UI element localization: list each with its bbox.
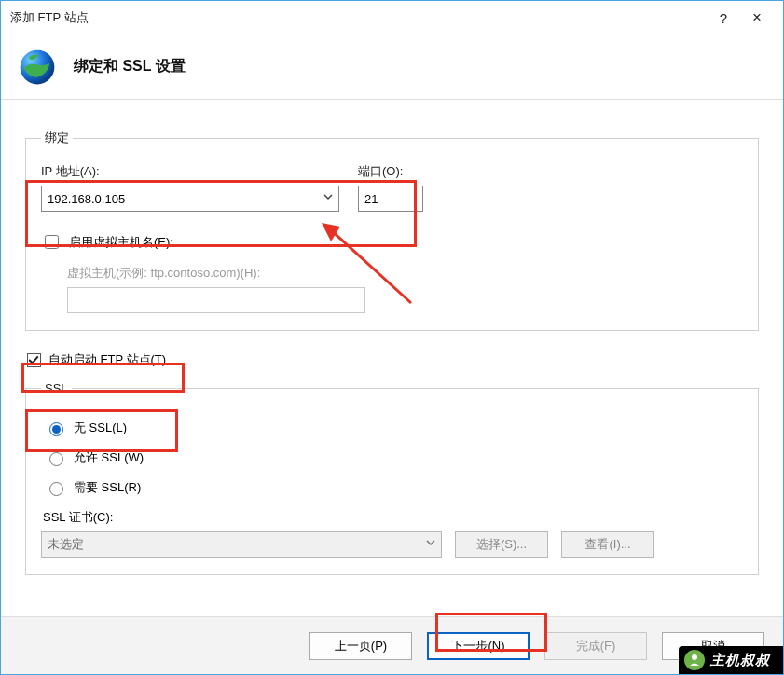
ssl-legend: SSL (41, 381, 72, 395)
ssl-allow-row: 允许 SSL(W) (45, 449, 743, 466)
ssl-group: SSL 无 SSL(L) 允许 SSL(W) 需要 SSL(R) SSL 证书(… (25, 381, 759, 575)
autostart-label: 自动启动 FTP 站点(T) (48, 351, 166, 368)
ssl-none-row: 无 SSL(L) (45, 420, 743, 436)
vhost-label: 虚拟主机(示例: ftp.contoso.com)(H): (67, 265, 743, 282)
dialog-footer: 上一页(P) 下一步(N) 完成(F) 取消 (1, 616, 783, 674)
enable-vhost-checkbox[interactable] (45, 235, 59, 249)
ssl-allow-radio[interactable] (49, 452, 63, 466)
port-input[interactable] (358, 186, 423, 212)
close-button[interactable]: × (740, 8, 774, 27)
ssl-allow-label: 允许 SSL(W) (74, 449, 144, 466)
enable-vhost-label: 启用虚拟主机名(E): (69, 234, 173, 251)
autostart-row: 自动启动 FTP 站点(T) (27, 351, 759, 368)
binding-legend: 绑定 (41, 130, 73, 146)
next-button[interactable]: 下一步(N) (427, 632, 530, 660)
titlebar: 添加 FTP 站点 ? × (1, 1, 783, 34)
window-title: 添加 FTP 站点 (10, 9, 707, 26)
port-column: 端口(O): (358, 163, 423, 212)
vhost-input (67, 287, 365, 313)
autostart-checkbox[interactable] (27, 353, 41, 367)
ip-label: IP 地址(A): (41, 163, 339, 180)
binding-group: 绑定 IP 地址(A): 端口(O): 启用虚拟主机名(E): (25, 130, 759, 331)
ssl-require-row: 需要 SSL(R) (45, 479, 743, 496)
port-label: 端口(O): (358, 163, 423, 180)
help-button[interactable]: ? (707, 10, 740, 26)
svg-point-3 (692, 654, 697, 660)
ip-column: IP 地址(A): (41, 163, 339, 212)
finish-button: 完成(F) (544, 632, 647, 660)
watermark-badge: 主机叔叔 (679, 646, 783, 674)
watermark-text: 主机叔叔 (710, 652, 770, 669)
ssl-cert-combo-wrap (41, 531, 442, 558)
ssl-cert-combo[interactable] (41, 531, 442, 558)
dialog-window: 添加 FTP 站点 ? × 绑定和 SSL 设置 绑定 IP 地址(A): (0, 0, 784, 675)
ssl-cert-row: 选择(S)... 查看(I)... (41, 531, 743, 558)
prev-button[interactable]: 上一页(P) (309, 632, 412, 660)
ssl-require-label: 需要 SSL(R) (74, 479, 141, 496)
avatar-icon (684, 650, 705, 670)
ssl-cert-label: SSL 证书(C): (43, 509, 743, 526)
enable-vhost-row: 启用虚拟主机名(E): (41, 232, 743, 252)
ssl-require-radio[interactable] (49, 482, 63, 496)
ssl-view-button: 查看(I)... (561, 531, 654, 558)
dialog-header: 绑定和 SSL 设置 (1, 34, 783, 100)
ssl-select-button: 选择(S)... (455, 531, 548, 558)
globe-icon (18, 48, 57, 87)
binding-row: IP 地址(A): 端口(O): (41, 163, 743, 212)
ssl-none-radio[interactable] (49, 422, 63, 436)
page-title: 绑定和 SSL 设置 (74, 57, 186, 76)
ip-combo-wrap (41, 186, 339, 212)
dialog-body: 绑定 IP 地址(A): 端口(O): 启用虚拟主机名(E): (1, 100, 783, 575)
ip-address-combo[interactable] (41, 186, 339, 212)
ssl-none-label: 无 SSL(L) (74, 420, 127, 436)
